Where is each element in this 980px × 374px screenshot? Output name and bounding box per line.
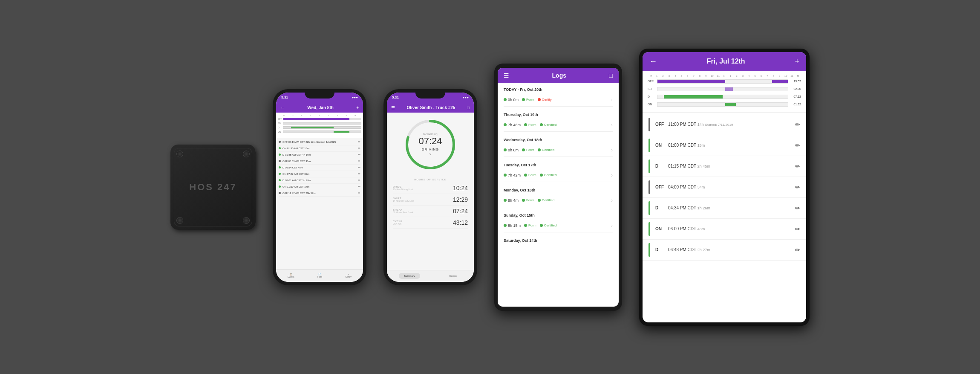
tab-form[interactable]: 📄 Form	[317, 273, 323, 278]
chevron-right: ›	[611, 97, 613, 103]
status-dot	[279, 173, 281, 175]
chart-row-off: OFF	[278, 117, 361, 121]
screw-bl	[176, 217, 183, 224]
status-bar-off2	[649, 180, 650, 194]
phone-notch	[305, 89, 334, 99]
status-bar-off	[649, 118, 650, 131]
chart-area: M 3 6 9 N 3 6 9 M OFF SB	[276, 113, 363, 138]
phone2-screen: 5:31 ●●● ☰ Oliver Smith - Truck #25 □ Re…	[387, 93, 474, 282]
logs-day-title-today: TODAY - Fri, Oct 20th	[504, 87, 613, 92]
logs-day-row-mon[interactable]: 8h 4m Form Certified ›	[504, 194, 613, 207]
status-pill-form: Form	[522, 98, 534, 101]
tablet-logs-title: Logs	[509, 72, 609, 79]
logs-day-wed: Wednesday, Oct 18th 8h 6m Form	[498, 133, 619, 159]
edit-icon[interactable]: ✏	[795, 142, 800, 149]
log-entry: OFF 06:03 AM CST 31m ✏	[279, 158, 360, 165]
detail-entry-d1: D 01:15 PM CDT 2h 45m ✏	[643, 156, 806, 177]
logs-day-row-thu[interactable]: 7h 46m Form Certified ›	[504, 119, 613, 132]
chart-row-on: ON	[278, 130, 361, 134]
logs-day-tue: Tuesday, Oct 17th 7h 42m Form	[498, 159, 619, 184]
header-title: Wed, Jan 8th	[307, 105, 334, 110]
dot-green	[504, 98, 507, 101]
tab-events-label: Events	[288, 275, 294, 278]
edit-icon[interactable]: ✏	[795, 205, 800, 212]
status-dot	[279, 154, 281, 156]
driver-name: Oliver Smith - Truck #25	[407, 105, 455, 110]
logs-day-title-thu: Thursday, Oct 19th	[504, 113, 613, 117]
hos-stats: HOURS OF SERVICE DRIVE 11-Hour Driving L…	[387, 178, 474, 229]
status-pill-certify: Certify	[538, 98, 552, 101]
status-pill-time: 0h 0m	[504, 98, 519, 102]
tab-certify-label: Certify	[345, 275, 351, 278]
status-bar-on2	[649, 222, 650, 236]
detail-date-title: Fri, Jul 12th	[707, 58, 745, 65]
add-button-2[interactable]: +	[795, 57, 799, 66]
log-entry: D 08:01 AM CST 3h 29m ✏	[279, 177, 360, 184]
tablet-list-icon[interactable]: □	[609, 72, 613, 79]
tab-events[interactable]: 📋 Events	[288, 273, 294, 278]
detail-entry-off2: OFF 04:00 PM CDT 34m ✏	[643, 177, 806, 198]
status-time-2: 5:31	[392, 96, 399, 99]
phone2-header: ☰ Oliver Smith - Truck #25 □	[387, 103, 474, 113]
add-button[interactable]: +	[356, 105, 359, 110]
phone-log-view: 5:31 ●●● ← Wed, Jan 8th + M 3 6 9 N 3 6 …	[273, 89, 366, 285]
timeline-row-on: ON 01.32	[648, 101, 801, 108]
status-bar-d	[649, 159, 650, 173]
detail-entry-off1: OFF 11:00 PM CDT 14h Started: 7/11/2019 …	[643, 114, 806, 135]
status-bar-d2	[649, 201, 650, 215]
log-entry: D 01:45 AM CST 4h 19m ✏	[279, 152, 360, 158]
logs-day-thu: Thursday, Oct 19th 7h 46m Form	[498, 108, 619, 133]
hos-stat-break: BREAK 30 Minute Rest Break 07:24	[393, 206, 468, 217]
back-button[interactable]: ←	[280, 105, 285, 110]
logs-day-mon: Monday, Oct 16th 8h 4m Form	[498, 184, 619, 209]
edit-icon[interactable]: ✏	[795, 246, 800, 253]
logs-day-row-sun[interactable]: 8h 15m Form Certified ›	[504, 219, 613, 232]
status-icons: ●●●	[352, 96, 358, 99]
detail-entry-d2: D 04:34 PM CDT 1h 26m ✏	[643, 198, 806, 219]
screw-tr	[243, 151, 250, 157]
hos-device: HOS 247	[170, 145, 256, 230]
tablet2-header: ← Fri, Jul 12th +	[643, 52, 806, 71]
gauge-status: DRIVING	[418, 148, 442, 151]
tab-certify[interactable]: ✓ Certify	[345, 273, 351, 278]
tab-summary[interactable]: Summary	[399, 273, 420, 279]
menu-button[interactable]: ☰	[391, 105, 395, 110]
log-entry: D 06:34 CST 48m ✏	[279, 165, 360, 171]
chart-row-sb: SB	[278, 121, 361, 125]
status-time: 5:31	[281, 96, 288, 99]
log-entry: ON 07:22 AM CST 39m ✏	[279, 171, 360, 177]
screw-br	[243, 217, 250, 224]
tablet-menu-icon[interactable]: ☰	[504, 72, 509, 79]
bottom-bar: 📋 Events 📄 Form ✓ Certify	[276, 269, 363, 282]
timeline-row-d: D 07.12	[648, 93, 801, 100]
hos-stat-drive: DRIVE 11-Hour Driving Limit 10:24	[393, 183, 468, 194]
edit-icon[interactable]: ✏	[795, 163, 800, 170]
detail-entry-d3: D 06:48 PM CDT 2h 27m ✏	[643, 240, 806, 261]
edit-icon[interactable]: ✏	[795, 226, 800, 232]
gauge-time: 07:24	[418, 136, 442, 147]
gauge-chevron: ∨	[418, 152, 442, 156]
detail-entry-on1: ON 01:00 PM CDT 15m ✏	[643, 135, 806, 156]
back-button-2[interactable]: ←	[649, 57, 657, 66]
grid-icon[interactable]: □	[467, 105, 470, 110]
tab-form-label: Form	[317, 275, 323, 278]
tablet-logs-screen: ☰ Logs □ TODAY - Fri, Oct 20th 0h 0m F	[498, 68, 619, 307]
logs-day-row-tue[interactable]: 7h 42m Form Certified ›	[504, 169, 613, 182]
logs-day-row-wed[interactable]: 8h 6m Form Certified ›	[504, 144, 613, 157]
status-bar-d3	[649, 243, 650, 257]
hos-stats-title: HOURS OF SERVICE	[393, 178, 468, 181]
status-dot	[279, 141, 281, 143]
gauge-area: Remaining 07:24 DRIVING ∨	[403, 117, 458, 172]
timeline-axis: M 1 2 3 4 5 6 7 8 9 10 11 N 1 2 3 4 5 6 …	[648, 75, 801, 77]
tablet2-screen: ← Fri, Jul 12th + M 1 2 3 4 5 6 7 8 9 10…	[643, 52, 806, 322]
logs-day-row-today[interactable]: 0h 0m Form Certify ›	[504, 93, 613, 107]
log-entry: ON 01:30 AM CST 15m ✏	[279, 145, 360, 152]
edit-icon[interactable]: ✏	[795, 184, 800, 191]
edit-icon[interactable]: ✏	[795, 121, 800, 128]
tablet-logs-header: ☰ Logs □	[498, 68, 619, 83]
log-entry: OFF 11:47 AM CST 20h 57m ✏	[279, 190, 360, 197]
log-entry: OFF 05:13 AM CST 22h 17m Started: 1/7/20…	[279, 139, 360, 145]
tab-recap[interactable]: Recap	[444, 273, 461, 279]
detail-entry-on2: ON 06:00 PM CDT 48m ✏	[643, 219, 806, 240]
screw-tl	[176, 151, 183, 157]
